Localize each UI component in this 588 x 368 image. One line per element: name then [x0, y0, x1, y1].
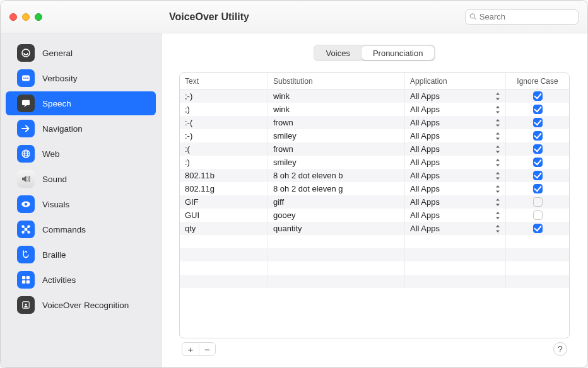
ignore-case-checkbox[interactable]	[533, 131, 543, 141]
cell-text[interactable]: ;-)	[180, 89, 268, 103]
close-button[interactable]	[9, 13, 17, 21]
cell-substitution[interactable]: frown	[268, 142, 405, 156]
ignore-case-checkbox[interactable]	[533, 118, 543, 127]
col-header-substitution[interactable]: Substitution	[268, 73, 405, 89]
table-row[interactable]: ;-)winkAll Apps	[180, 89, 569, 103]
ignore-case-checkbox[interactable]	[533, 210, 543, 220]
sidebar-item-activities[interactable]: Activities	[6, 268, 156, 292]
zoom-button[interactable]	[35, 13, 42, 21]
table-row[interactable]: GIFgiffAll Apps	[180, 195, 569, 209]
cell-ignore-case	[506, 116, 569, 129]
table-row[interactable]: :-)smileyAll Apps	[180, 129, 569, 142]
popup-arrows-icon	[495, 212, 500, 219]
cell-application-popup[interactable]: All Apps	[405, 209, 506, 222]
voiceover-utility-window: VoiceOver Utility GeneralVerbositySpeech…	[0, 0, 588, 368]
ignore-case-checkbox[interactable]	[533, 144, 543, 154]
minimize-button[interactable]	[22, 13, 30, 21]
cell-application-popup[interactable]: All Apps	[405, 182, 506, 195]
ignore-case-checkbox[interactable]	[533, 158, 543, 167]
cell-substitution[interactable]: giff	[268, 195, 405, 209]
cell-text[interactable]: GIF	[180, 195, 268, 209]
cell-text[interactable]: 802.11g	[180, 182, 268, 195]
popup-arrows-icon	[495, 225, 500, 233]
help-button[interactable]: ?	[553, 342, 567, 356]
sidebar-item-label: Visuals	[42, 200, 69, 209]
sidebar-item-braille[interactable]: Braille	[6, 243, 156, 267]
table-row[interactable]: :)smileyAll Apps	[180, 156, 569, 169]
table-row-empty	[180, 248, 569, 262]
sidebar-item-label: General	[42, 49, 73, 58]
sidebar-item-sound[interactable]: Sound	[6, 167, 156, 191]
ignore-case-checkbox[interactable]	[533, 105, 543, 114]
cell-application-popup[interactable]: All Apps	[405, 116, 506, 129]
commands-icon	[17, 221, 35, 238]
cell-ignore-case	[506, 103, 569, 116]
col-header-application[interactable]: Application	[405, 73, 506, 89]
cell-substitution[interactable]: quantity	[268, 222, 405, 235]
cell-application-popup[interactable]: All Apps	[405, 222, 506, 235]
navigation-icon	[17, 120, 35, 137]
table-row[interactable]: :-(frownAll Apps	[180, 116, 569, 129]
sidebar: GeneralVerbositySpeechNavigationWebSound…	[1, 33, 162, 367]
cell-text[interactable]: :-(	[180, 116, 268, 129]
visuals-icon	[17, 195, 35, 213]
table-row[interactable]: :(frownAll Apps	[180, 142, 569, 156]
window-title: VoiceOver Utility	[162, 11, 249, 23]
cell-substitution[interactable]: 8 oh 2 dot eleven g	[268, 182, 405, 195]
table-row[interactable]: GUIgooeyAll Apps	[180, 209, 569, 222]
cell-substitution[interactable]: wink	[268, 89, 405, 103]
cell-text[interactable]: GUI	[180, 209, 268, 222]
cell-application-popup[interactable]: All Apps	[405, 156, 506, 169]
table-row[interactable]: 802.11b8 oh 2 dot eleven bAll Apps	[180, 169, 569, 182]
table-row[interactable]: ;)winkAll Apps	[180, 103, 569, 116]
cell-application-popup[interactable]: All Apps	[405, 103, 506, 116]
pronunciation-table: Text Substitution Application Ignore Cas…	[179, 72, 570, 338]
svg-rect-11	[22, 276, 25, 279]
cell-text[interactable]: :)	[180, 156, 268, 169]
tab-voices[interactable]: Voices	[315, 46, 362, 60]
table-row[interactable]: 802.11g8 oh 2 dot eleven gAll Apps	[180, 182, 569, 195]
sidebar-item-web[interactable]: Web	[6, 142, 156, 166]
cell-substitution[interactable]: 8 oh 2 dot eleven b	[268, 169, 405, 182]
sidebar-item-recognition[interactable]: VoiceOver Recognition	[6, 293, 156, 317]
cell-text[interactable]: :-)	[180, 129, 268, 142]
table-header: Text Substitution Application Ignore Cas…	[180, 73, 569, 89]
cell-ignore-case	[506, 209, 569, 222]
col-header-text[interactable]: Text	[180, 73, 268, 89]
sidebar-item-general[interactable]: General	[6, 41, 156, 65]
cell-application-popup[interactable]: All Apps	[405, 129, 506, 142]
ignore-case-checkbox[interactable]	[533, 171, 543, 180]
add-button[interactable]: +	[182, 343, 199, 355]
ignore-case-checkbox[interactable]	[533, 197, 543, 207]
ignore-case-checkbox[interactable]	[533, 224, 543, 233]
sidebar-item-commands[interactable]: Commands	[6, 217, 156, 241]
remove-button[interactable]: −	[199, 343, 215, 355]
search-input[interactable]	[479, 12, 574, 21]
cell-text[interactable]: 802.11b	[180, 169, 268, 182]
table-row[interactable]: qtyquantityAll Apps	[180, 222, 569, 235]
tab-pronunciation[interactable]: Pronunciation	[362, 46, 435, 60]
cell-text[interactable]: qty	[180, 222, 268, 235]
sidebar-item-speech[interactable]: Speech	[6, 91, 156, 115]
cell-application-popup[interactable]: All Apps	[405, 89, 506, 103]
sidebar-item-verbosity[interactable]: Verbosity	[6, 66, 156, 90]
table-footer: + − ?	[179, 338, 570, 360]
cell-substitution[interactable]: frown	[268, 116, 405, 129]
cell-application-popup[interactable]: All Apps	[405, 169, 506, 182]
cell-ignore-case	[506, 169, 569, 182]
cell-substitution[interactable]: smiley	[268, 156, 405, 169]
sidebar-item-visuals[interactable]: Visuals	[6, 192, 156, 216]
cell-substitution[interactable]: gooey	[268, 209, 405, 222]
cell-text[interactable]: :(	[180, 142, 268, 156]
ignore-case-checkbox[interactable]	[533, 184, 543, 193]
cell-substitution[interactable]: wink	[268, 103, 405, 116]
sidebar-item-navigation[interactable]: Navigation	[6, 117, 156, 141]
col-header-ignore-case[interactable]: Ignore Case	[506, 73, 569, 89]
cell-substitution[interactable]: smiley	[268, 129, 405, 142]
cell-application-popup[interactable]: All Apps	[405, 142, 506, 156]
svg-rect-12	[26, 276, 30, 279]
search-field[interactable]	[465, 9, 579, 25]
cell-text[interactable]: ;)	[180, 103, 268, 116]
cell-application-popup[interactable]: All Apps	[405, 195, 506, 209]
ignore-case-checkbox[interactable]	[533, 91, 543, 101]
